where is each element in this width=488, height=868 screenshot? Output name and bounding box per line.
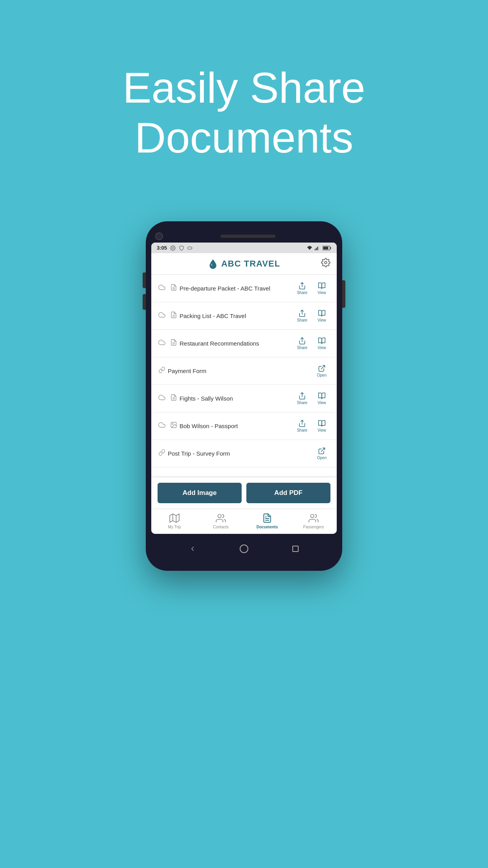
home-button[interactable]	[238, 543, 250, 554]
view-button[interactable]: View	[313, 392, 330, 405]
doc-left-icons	[158, 339, 178, 348]
doc-actions: Open	[313, 447, 330, 460]
cloud-icon	[158, 284, 166, 293]
open-label: Open	[317, 373, 327, 377]
view-icon	[318, 282, 326, 290]
open-button[interactable]: Open	[313, 447, 330, 460]
phone-hardware-nav	[151, 538, 337, 560]
doc-title: Bob Wilson - Passport	[180, 422, 294, 430]
link-icon	[158, 449, 166, 458]
logo-drop-icon	[208, 259, 218, 269]
list-item: Post Trip - Survey Form Open	[151, 440, 337, 467]
back-button[interactable]	[187, 543, 198, 554]
list-item: Restaurant Recommendations Share View	[151, 330, 337, 357]
share-button[interactable]: Share	[294, 419, 311, 432]
contacts-icon	[216, 513, 226, 523]
nav-item-documents[interactable]: Documents	[255, 513, 279, 529]
recent-square-icon	[292, 546, 299, 552]
doc-left-icons	[158, 366, 166, 375]
link-icon	[158, 366, 166, 375]
doc-actions: Share View	[294, 282, 330, 295]
view-label: View	[317, 346, 326, 350]
empty-row	[151, 467, 337, 477]
gear-icon	[321, 258, 330, 267]
open-button[interactable]: Open	[313, 364, 330, 377]
doc-left-icons	[158, 449, 166, 458]
phone-screen: 3:05	[151, 243, 337, 534]
app-logo: ABC TRAVEL	[208, 259, 280, 269]
share-icon	[298, 309, 306, 317]
passengers-icon	[308, 513, 319, 523]
document-list: Pre-departure Packet - ABC Travel Share …	[151, 275, 337, 477]
pdf-icon	[169, 311, 178, 320]
svg-line-20	[321, 366, 325, 369]
status-bar-left: 3:05	[157, 245, 193, 251]
share-label: Share	[297, 401, 308, 405]
open-label: Open	[317, 456, 327, 460]
add-pdf-button[interactable]: Add PDF	[246, 483, 330, 503]
add-image-button[interactable]: Add Image	[158, 483, 242, 503]
shield-status-icon	[179, 245, 184, 251]
battery-status-icon	[187, 245, 193, 251]
phone-mockup: 3:05	[146, 221, 342, 571]
doc-title: Restaurant Recommendations	[180, 340, 294, 348]
list-item: Fights - Sally Wilson Share View	[151, 385, 337, 412]
nav-label-documents: Documents	[257, 525, 278, 529]
share-button[interactable]: Share	[294, 309, 311, 322]
front-camera	[155, 232, 163, 240]
list-item: Bob Wilson - Passport Share View	[151, 412, 337, 440]
view-button[interactable]: View	[313, 309, 330, 322]
list-item: Pre-departure Packet - ABC Travel Share …	[151, 275, 337, 302]
nav-label-passengers: Passengers	[303, 525, 324, 529]
hero-title: Easily Share Documents	[99, 63, 389, 162]
svg-rect-4	[317, 246, 318, 250]
nav-item-passengers[interactable]: Passengers	[302, 513, 325, 529]
view-icon	[318, 309, 326, 317]
external-link-icon	[318, 364, 326, 372]
view-label: View	[317, 401, 326, 405]
share-button[interactable]: Share	[294, 282, 311, 295]
view-icon	[318, 392, 326, 400]
view-button[interactable]: View	[313, 337, 330, 350]
image-icon	[169, 421, 178, 430]
documents-icon	[262, 513, 272, 523]
cloud-icon	[158, 311, 166, 320]
svg-line-27	[321, 448, 325, 452]
app-header: ABC TRAVEL	[151, 253, 337, 275]
external-link-icon	[318, 447, 326, 455]
wifi-icon	[307, 245, 312, 251]
bottom-navigation: My Trip Contacts Docu	[151, 509, 337, 534]
recent-apps-button[interactable]	[290, 543, 301, 554]
doc-actions: Share View	[294, 392, 330, 405]
doc-title: Fights - Sally Wilson	[180, 395, 294, 403]
power-button	[342, 280, 345, 308]
doc-left-icons	[158, 284, 178, 293]
nav-label-contacts: Contacts	[213, 525, 228, 529]
svg-point-31	[218, 514, 221, 518]
hero-line2: Documents	[135, 113, 353, 162]
view-label: View	[317, 291, 326, 295]
view-button[interactable]: View	[313, 282, 330, 295]
share-button[interactable]: Share	[294, 392, 311, 405]
phone-speaker	[220, 235, 275, 238]
pdf-icon	[169, 284, 178, 293]
nav-item-my-trip[interactable]: My Trip	[163, 513, 186, 529]
view-icon	[318, 337, 326, 345]
view-button[interactable]: View	[313, 419, 330, 432]
doc-title: Packing List - ABC Travel	[180, 312, 294, 320]
bottom-action-buttons: Add Image Add PDF	[151, 477, 337, 509]
signal-icon	[315, 245, 320, 251]
share-button[interactable]: Share	[294, 337, 311, 350]
cloud-icon	[158, 394, 166, 403]
back-arrow-icon	[189, 545, 196, 552]
volume-down-button	[143, 294, 146, 310]
volume-up-button	[143, 272, 146, 288]
nav-item-contacts[interactable]: Contacts	[209, 513, 233, 529]
clock: 3:05	[157, 245, 167, 251]
doc-actions: Share View	[294, 337, 330, 350]
doc-actions: Share View	[294, 419, 330, 432]
settings-button[interactable]	[321, 258, 330, 270]
share-label: Share	[297, 318, 308, 322]
hero-section: Easily Share Documents	[75, 31, 413, 194]
svg-rect-2	[315, 249, 316, 250]
